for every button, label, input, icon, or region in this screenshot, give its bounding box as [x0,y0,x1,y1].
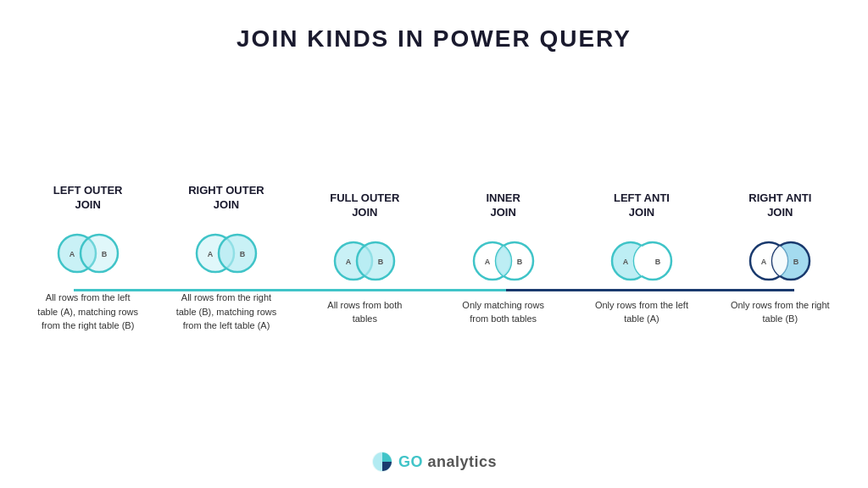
svg-text:B: B [378,258,384,266]
page-title: JOIN KINDS IN POWER QUERY [236,25,632,53]
venn-right-outer: A B [188,228,264,279]
join-desc-left-outer: All rows from the left table (A), matchi… [37,291,139,333]
join-item-right-anti: RIGHT ANTIJOIN A B Only rows from the ri… [711,186,849,326]
venn-right-anti: A B [742,236,818,286]
diagram-container: LEFT OUTERJOIN A B All rows from the lef… [0,61,868,451]
join-title-right-anti: RIGHT ANTIJOIN [748,186,811,220]
svg-point-9 [357,242,394,280]
svg-text:A: A [484,258,490,266]
logo-go: GO [398,453,423,470]
svg-text:A: A [208,250,214,258]
join-desc-right-outer: All rows from the right table (B), match… [175,291,277,333]
join-desc-right-anti: Only rows from the right table (B) [729,298,831,326]
svg-text:A: A [761,258,767,266]
logo-icon [371,451,393,473]
svg-text:B: B [516,258,522,266]
svg-text:A: A [346,258,352,266]
join-title-left-outer: LEFT OUTERJOIN [53,179,123,213]
join-item-inner: INNERJOIN A B Only matching rows from bo… [434,186,572,326]
venn-inner: A B [465,236,542,286]
join-item-left-outer: LEFT OUTERJOIN A B All rows from the lef… [19,179,157,333]
join-item-full-outer: FULL OUTERJOIN A B All rows from both ta… [296,186,434,326]
svg-text:B: B [101,250,107,258]
join-item-right-outer: RIGHT OUTERJOIN A B All rows from the ri… [157,179,295,333]
join-title-left-anti: LEFT ANTIJOIN [614,186,670,220]
venn-left-anti: A B [604,236,680,286]
svg-point-5 [219,235,256,272]
logo-text: GO analytics [398,453,497,471]
svg-text:A: A [623,258,629,266]
join-title-right-outer: RIGHT OUTERJOIN [188,179,264,213]
join-item-left-anti: LEFT ANTIJOIN A B Only rows from the lef… [572,186,710,326]
join-title-full-outer: FULL OUTERJOIN [330,186,399,220]
join-desc-inner: Only matching rows from both tables [453,298,554,326]
logo-area: GO analytics [371,451,497,488]
svg-point-1 [81,235,118,272]
venn-full-outer: A B [326,236,403,286]
venn-left-outer: A B [50,228,126,279]
svg-text:B: B [793,258,799,266]
svg-text:A: A [69,250,75,258]
join-desc-full-outer: All rows from both tables [314,298,415,326]
join-desc-left-anti: Only rows from the left table (A) [591,298,693,326]
svg-text:B: B [240,250,246,258]
join-items-row: LEFT OUTERJOIN A B All rows from the lef… [19,179,849,333]
svg-text:B: B [655,258,661,266]
join-title-inner: INNERJOIN [486,186,520,220]
